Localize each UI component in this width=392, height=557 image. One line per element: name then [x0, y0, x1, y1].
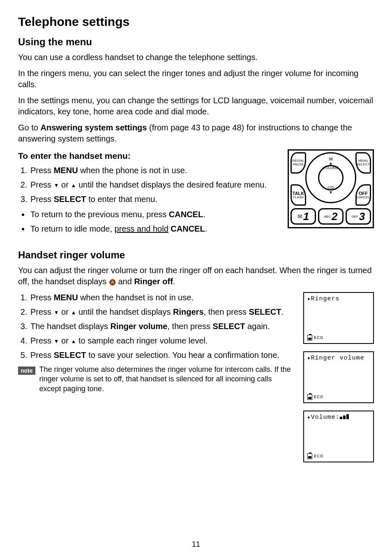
lcd-text: Volume: [311, 414, 340, 421]
text: to enter that menu. [86, 195, 157, 204]
key-1: ✉ 1 [291, 208, 316, 225]
up-arrow-icon [71, 307, 76, 316]
talk-flash-button: TALK FLASH [291, 184, 306, 206]
updown-icon [307, 355, 311, 362]
lcd-text: Ringers [311, 295, 340, 302]
text: or [59, 180, 71, 189]
redial-pause-button: REDIAL PAUSE [291, 152, 306, 174]
list-item: Press or until the handset displays the … [30, 179, 279, 190]
ordered-list: Press MENU when the phone is not in use.… [18, 165, 279, 205]
text: Press [30, 166, 54, 175]
bullet-list: To return to the previous menu, press CA… [18, 209, 279, 234]
volume-label: VOLUME [307, 166, 355, 170]
page-number: 11 [0, 540, 392, 549]
note-block: note The ringer volume also determines t… [18, 365, 295, 394]
list-item: Press SELECT to enter that menu. [30, 194, 279, 205]
button-label: CANCEL [357, 196, 370, 200]
handset-keypad-figure: REDIAL PAUSE ✉ ▲ VOLUME CID ▼ MENU SELEC… [288, 149, 374, 228]
text-bold: MENU [54, 166, 78, 175]
text: , then press [167, 322, 212, 331]
text-bold: Ringer volume [111, 322, 168, 331]
text-bold: SELECT [249, 307, 281, 316]
list-item: To return to the previous menu, press CA… [30, 209, 279, 220]
list-item: Press or until the handset displays Ring… [30, 306, 295, 318]
text: to save your selection. You hear a confi… [86, 350, 279, 360]
paragraph: In the settings menu, you can change the… [18, 95, 374, 117]
battery-icon [307, 335, 312, 341]
list-item: Press MENU when the handset is not in us… [30, 292, 295, 303]
up-arrow-icon [71, 180, 76, 189]
down-arrow-icon [54, 307, 59, 316]
text: until the handset displays the desired f… [76, 180, 267, 189]
list-item: To return to idle mode, press and hold C… [30, 223, 279, 234]
lcd-screen-volume-level: Volume: ECO [303, 411, 374, 462]
paragraph: In the ringers menu, you can select the … [18, 68, 374, 90]
battery-icon [307, 394, 312, 400]
text: and [116, 277, 134, 286]
button-label: OFF [359, 191, 368, 196]
battery-icon [307, 453, 312, 459]
text-bold: Answering system settings [40, 123, 147, 132]
text: or [59, 307, 71, 316]
text-bold: CANCEL [169, 210, 203, 219]
button-label: SELECT [357, 163, 369, 167]
section-heading-ringer-volume: Handset ringer volume [18, 249, 374, 261]
paragraph: You can adjust the ringer volume or turn… [18, 265, 374, 287]
note-badge: note [18, 367, 35, 375]
text: To return to idle mode, [30, 224, 115, 233]
voicemail-icon: ✉ [297, 213, 302, 220]
updown-icon [307, 414, 311, 421]
down-arrow-icon [54, 180, 59, 189]
subheading-enter-handset-menu: To enter the handset menu: [18, 151, 279, 161]
menu-select-button: MENU SELECT [355, 152, 371, 174]
lcd-text: Ringer volume [311, 355, 364, 362]
text: until the handset displays [76, 307, 173, 316]
ringer-off-icon: 🔕 [109, 279, 116, 285]
text: to sample each ringer volume level. [76, 336, 208, 345]
key-digit: 1 [303, 210, 309, 223]
ordered-list: Press MENU when the handset is not in us… [18, 292, 295, 361]
text: Press [30, 180, 54, 189]
text-bold: MENU [54, 293, 78, 302]
updown-icon [307, 295, 311, 302]
paragraph: Go to Answering system settings (from pa… [18, 122, 374, 144]
volume-bars-icon [340, 414, 349, 419]
text: Press [30, 293, 54, 302]
list-item: Press MENU when the phone is not in use. [30, 165, 279, 176]
text: , then press [204, 307, 249, 316]
list-item: Press or to sample each ringer volume le… [30, 335, 295, 346]
key-digit: 2 [332, 210, 337, 223]
text: . [173, 277, 175, 286]
eco-label: ECO [314, 335, 323, 340]
text: To return to the previous menu, press [30, 210, 169, 219]
cid-label: CID [307, 186, 355, 190]
text: Press [30, 307, 54, 316]
text: Press [30, 195, 54, 204]
down-arrow-icon [54, 336, 59, 345]
text-bold: Ringers [173, 307, 203, 316]
lcd-screen-ringer-volume: Ringer volume ECO [303, 351, 374, 403]
off-cancel-button: OFF CANCEL [355, 184, 371, 206]
text-bold: SELECT [54, 195, 86, 204]
text: . [205, 224, 208, 233]
up-arrow-icon [71, 336, 76, 345]
text-bold: Ringer off [134, 277, 173, 286]
button-label: TALK [293, 191, 304, 196]
eco-label: ECO [314, 395, 323, 399]
page-title: Telephone settings [18, 15, 374, 29]
text: Go to [18, 123, 40, 132]
text: . [281, 307, 284, 316]
text: when the handset is not in use. [78, 293, 194, 302]
button-label: FLASH [293, 196, 304, 200]
down-arrow-icon: ▼ [307, 190, 355, 195]
text: or [59, 336, 71, 345]
text: . [203, 210, 205, 219]
key-3: DEF 3 [346, 208, 371, 225]
section-heading-using-menu: Using the menu [18, 36, 374, 48]
paragraph: You can use a cordless handset to change… [18, 52, 374, 63]
text: You can adjust the ringer volume or turn… [18, 266, 372, 286]
button-label: PAUSE [293, 163, 304, 167]
text: The handset displays [30, 322, 111, 331]
key-2: ABC 2 [318, 208, 344, 225]
dpad: ✉ ▲ VOLUME CID ▼ [305, 152, 356, 203]
